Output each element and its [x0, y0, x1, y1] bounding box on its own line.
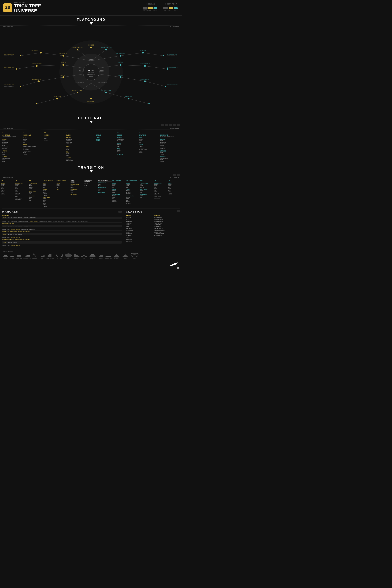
- svg-point-48: [105, 49, 107, 50]
- ledge-2truck-bs-slide: 2 TRUCK: [117, 154, 138, 155]
- obs-manualpad-label: MANUAL PAD: [105, 258, 112, 259]
- obs-manualpad: MANUAL PAD: [105, 256, 112, 259]
- ledge-slide-halfcab-bs-items: BOARDNOSETAIL: [139, 139, 160, 143]
- trans-lip-fs2-items: BOARDNOSETAILGRINDTRUCKBACK2 TRUCKSPLANT…: [15, 184, 28, 201]
- ledge-icon-1: [161, 124, 164, 126]
- nm-bs180: B/S 180: [24, 226, 28, 226]
- obs-flatbar-label: FLAT BAR: [10, 258, 14, 259]
- obs-smallbox-label: SMALL BOX: [16, 258, 22, 259]
- ledge-2truck-items: FACING LEDGEBACKFRONT: [2, 158, 22, 162]
- svg-line-121: [34, 254, 36, 257]
- bottom-split: MANUALS MANUAL OLLIE NOLLIE FAKIE F/S 18…: [0, 208, 182, 249]
- flatground-frontback: FRONTSIDE BACKSIDE: [0, 26, 182, 28]
- trans-lip-bs1-items: BOARDNOSETAILGRINDTRUCKBACK2 TRUCKSHANDF…: [154, 184, 168, 199]
- ledge-tail-bs: TAIL: [117, 148, 138, 150]
- svg-line-65: [145, 81, 166, 86]
- ledge-180grind-bs-sub: BACK TOWARDS LEDGE: [160, 136, 181, 138]
- svg-line-33: [16, 66, 37, 69]
- classics-cols: MESH AIRWALKINDYNOSEGRABTAILGRABMELONMUT…: [126, 214, 180, 242]
- classics-mesh-title: MESH: [126, 214, 152, 216]
- trans-air-bs-bh-items: NOSETAIL: [140, 190, 154, 193]
- mt-fsbigspin: FS BIGSPIN: [65, 220, 72, 222]
- svg-line-39: [20, 81, 39, 86]
- svg-text:SWITCH F/S BIGFLIP: SWITCH F/S BIGFLIP: [4, 56, 13, 56]
- svg-text:NOLLIE VARIAL HEEL: NOLLIE VARIAL HEEL: [4, 67, 14, 68]
- page-title: TRICK TREE UNIVERSE: [14, 4, 41, 13]
- svg-point-15: [83, 64, 99, 80]
- ledge-fs-dot: [2, 132, 3, 133]
- svg-point-60: [167, 68, 168, 70]
- obs-ledge-label: LEDGE: [4, 258, 7, 259]
- ledge-grind-bs-title: GRIND: [96, 134, 117, 136]
- mbt-fakie: FAKIE: [14, 217, 17, 218]
- obs-stairs: STAIR SET: [74, 253, 80, 259]
- svg-text:KICKFLIP: KICKFLIP: [118, 74, 123, 76]
- classics-section: CLASSICS MESH AIRWALKINDYNOSEGRABTAILGRA…: [124, 208, 182, 249]
- regular-stance: REGULAR REGULAR FAKIE NOLLIE: [142, 3, 159, 12]
- ledge-1truck-180bs-items: BACKFRONT: [160, 152, 181, 155]
- mbt-fs180: F/S 180: [18, 217, 22, 218]
- swn-t-fs180: F/S 180: [11, 245, 15, 246]
- ledge-halfcab-dot: [23, 132, 24, 133]
- classics-fresh-items: KICKFLIP INDYHEELFLIP MUTEKICKFLIP MELON…: [154, 217, 180, 237]
- ledge-backside: BACKSIDE: [170, 128, 179, 129]
- svg-point-145: [131, 253, 138, 254]
- svg-text:KICKFLIP: KICKFLIP: [60, 74, 66, 76]
- trans-liprevert-bs-items: BOARDNOSETAIL: [126, 184, 140, 188]
- obs-spine: SPINE: [122, 254, 129, 259]
- svg-text:SWITCH VARIAL HEEL: SWITCH VARIAL HEEL: [4, 68, 14, 70]
- svg-rect-118: [17, 256, 21, 256]
- svg-rect-140: [106, 256, 111, 257]
- manuals-section: MANUALS MANUAL OLLIE NOLLIE FAKIE F/S 18…: [0, 208, 124, 249]
- mbt-nollie: NOLLIE: [8, 217, 12, 218]
- mbt-ollie: OLLIE: [3, 217, 6, 218]
- mt-bsbigspin: BS BIGSPIN: [58, 220, 64, 222]
- obs-flatbar: FLAT BAR: [10, 254, 14, 259]
- obs-halfpipe-label: HALF PIPE: [57, 258, 62, 259]
- svg-marker-136: [90, 254, 95, 256]
- ledge-fs-180grind: 180 GRIND BACK TOWARDS LEDGE BOARD BACKN…: [2, 130, 22, 162]
- nike-swoosh: [169, 262, 179, 267]
- trans-airtorevert-fh-items: INDYMUTE: [98, 184, 112, 186]
- manuals-title: MANUALS: [2, 210, 18, 213]
- svg-text:HARDFLIP: HARDFLIP: [88, 100, 95, 102]
- swn-fakie: FAKIE: [14, 242, 17, 243]
- svg-point-128: [65, 254, 72, 257]
- svg-text:VARIAL KICKFLIP: VARIAL KICKFLIP: [32, 78, 42, 80]
- ledge-board-slide: BOARD: [66, 137, 86, 138]
- svg-text:F/S 180 KICKFLIP: F/S 180 KICKFLIP: [72, 90, 82, 91]
- ledge-180grind-bs-dot: [160, 132, 161, 133]
- manual-bar2-tricks: OLLIE NOLLIE FAKIE F/S 180 B/S 180: [3, 226, 28, 226]
- ledge-slide-title: SLIDE: [66, 134, 86, 136]
- obs-stairs-label: STAIR SET: [74, 258, 79, 259]
- sw-t-fs180: F/S 180: [11, 237, 15, 238]
- svg-point-74: [90, 47, 92, 48]
- ledge-icon-2: [165, 124, 168, 126]
- svg-point-28: [20, 55, 21, 56]
- trans-lip-fs1: LIP SLIDE BOARDNOSETAILGRINDTRUCKBACK1 T…: [1, 180, 14, 208]
- mt-nollie-fwd: NOLLIE FORWARD: [18, 220, 28, 222]
- svg-text:REGULAR: REGULAR: [144, 10, 149, 11]
- ledge-frontback: FRONTSIDE BACKSIDE: [0, 127, 182, 130]
- svg-text:F/S SHOVE-IT: F/S SHOVE-IT: [76, 82, 84, 84]
- svg-text:F/S HEELFLIP: F/S HEELFLIP: [59, 53, 67, 54]
- ledge-fs-title: 180 GRIND: [2, 134, 22, 136]
- ledge-tail-slide-items: FRONTBACK: [66, 153, 86, 156]
- ledge-2truck-slide-items: CROOKEDOVERCROOK: [66, 158, 86, 162]
- svg-rect-3: [154, 7, 157, 10]
- svg-text:B/S 180 HEELFLIP: B/S 180 HEELFLIP: [101, 47, 111, 48]
- svg-text:F/S 180 HEELFLIP: F/S 180 HEELFLIP: [72, 47, 82, 48]
- mt-nollie: NOLLIE: [2, 220, 6, 222]
- nm-t-nollie: NOLLIE: [2, 229, 6, 230]
- goofy-stance-svg: REGULAR FAKIE NOLLIE: [163, 5, 179, 12]
- manual-row2-title: NOSE MANUAL: [2, 222, 122, 224]
- svg-marker-135: [89, 256, 96, 257]
- trans-airtofakie-nh: NO HANDS: [70, 194, 84, 195]
- svg-text:OLLIE: OLLIE: [88, 70, 94, 72]
- nike-logo-block: SB: [169, 262, 179, 269]
- header-right: REGULAR REGULAR FAKIE NOLLIE GOOFY FOOT: [142, 3, 179, 12]
- header: SB NIKE SB APP TRICK TREE UNIVERSE REGUL…: [0, 0, 182, 16]
- trans-airtofakie-bh-items: NOSETAIL: [70, 190, 84, 193]
- ledge-grind-halfcab-bs-items: 1 TRUCK2 TRUCKSFACING LEDGEBACKFRONT: [139, 146, 160, 154]
- obs-ledge: LEDGE: [3, 254, 8, 259]
